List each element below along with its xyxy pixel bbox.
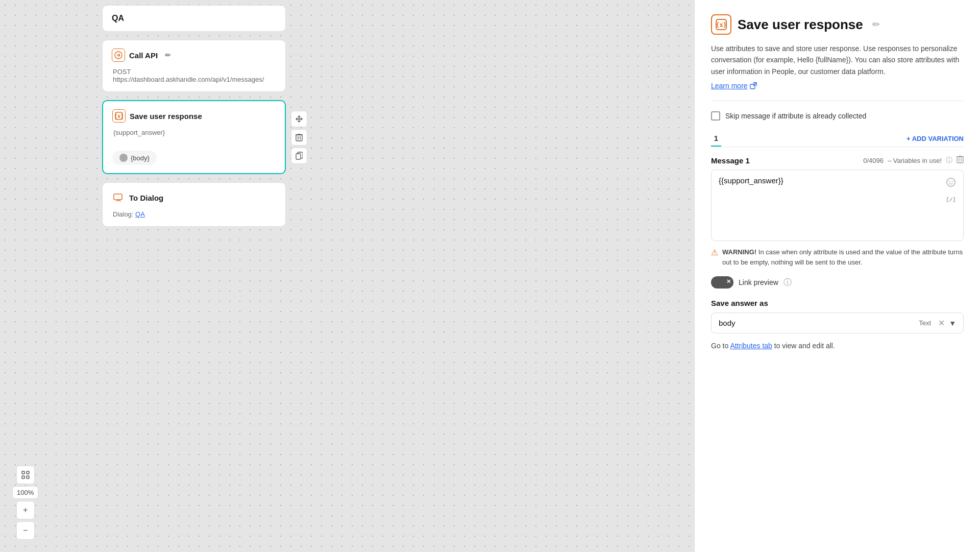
canvas-controls: 100% + − <box>12 466 38 540</box>
output-dot <box>119 154 128 162</box>
zoom-label: 100% <box>12 486 38 499</box>
svg-rect-8 <box>22 476 24 478</box>
output-label: {body} <box>131 154 150 162</box>
tab-divider <box>711 147 964 147</box>
zoom-in-button[interactable]: + <box>16 501 35 519</box>
message-char-count: 0/4096 <box>863 157 884 164</box>
svg-point-14 <box>947 178 955 186</box>
node-call-api[interactable]: Call API ✏ POST https://dashboard.askhan… <box>102 40 286 92</box>
textarea-actions <box>944 175 958 207</box>
message-info-icon[interactable]: ⓘ <box>946 156 952 165</box>
save-answer-section-label: Save answer as <box>711 299 964 307</box>
save-answer-input-row: Text ✕ ▼ <box>711 313 964 333</box>
svg-point-15 <box>949 181 950 182</box>
svg-rect-3 <box>296 135 302 141</box>
svg-rect-9 <box>27 476 29 478</box>
call-api-edit-icon[interactable]: ✏ <box>165 51 171 59</box>
svg-rect-7 <box>27 471 29 474</box>
message-textarea-container: {{support_answer}} <box>711 170 964 241</box>
to-dialog-title: To Dialog <box>129 194 163 202</box>
attributes-note-prefix: Go to <box>711 342 728 350</box>
save-answer-input[interactable] <box>719 319 915 327</box>
save-answer-type: Text <box>919 319 931 327</box>
link-preview-info-icon[interactable]: ⓘ <box>783 277 792 288</box>
to-dialog-icon <box>112 191 125 204</box>
save-response-variable: {support_answer} <box>112 129 276 136</box>
save-response-title: Save user response <box>130 112 202 121</box>
message-textarea[interactable]: {{support_answer}} <box>719 176 956 227</box>
dialog-prefix: Dialog: <box>113 210 133 218</box>
skip-checkbox-label: Skip message if attribute is already col… <box>725 112 866 120</box>
node-to-dialog-header: To Dialog <box>112 191 276 204</box>
node-save-user-response[interactable]: {x} Save user response {support_answer} … <box>102 100 286 174</box>
svg-point-16 <box>952 181 953 182</box>
node-to-dialog[interactable]: To Dialog Dialog: QA <box>102 182 286 227</box>
node-qa[interactable]: QA <box>102 5 286 32</box>
focus-button[interactable] <box>16 466 35 484</box>
call-api-body: POST https://dashboard.askhandle.com/api… <box>112 68 276 83</box>
panel-title: Save user response <box>738 17 863 33</box>
call-api-title: Call API <box>129 51 158 60</box>
panel-title-icon: {x} <box>711 14 731 35</box>
svg-text:{x}: {x} <box>716 21 727 29</box>
svg-rect-4 <box>296 154 301 159</box>
copy-button[interactable] <box>291 148 307 164</box>
right-panel: {x} Save user response ✏ Use attributes … <box>694 0 980 552</box>
delete-button[interactable] <box>291 129 307 146</box>
message-label: Message 1 <box>711 156 750 165</box>
skip-checkbox[interactable] <box>711 111 720 121</box>
save-answer-chevron-icon[interactable]: ▼ <box>949 319 956 327</box>
node-qa-header: QA <box>112 14 276 23</box>
svg-rect-6 <box>22 471 24 474</box>
external-link-icon <box>750 82 757 89</box>
link-preview-label: Link preview <box>739 278 778 286</box>
toggle-off-icon: ✕ <box>726 278 731 285</box>
panel-description: Use attributes to save and store user re… <box>711 43 964 77</box>
qa-node-title: QA <box>112 14 124 23</box>
zoom-out-button[interactable]: − <box>16 521 35 540</box>
skip-checkbox-row: Skip message if attribute is already col… <box>711 111 964 121</box>
emoji-button[interactable] <box>944 175 958 189</box>
svg-text:{x}: {x} <box>114 113 124 119</box>
svg-rect-13 <box>957 157 963 163</box>
attributes-note-suffix: to view and edit all. <box>774 342 835 350</box>
warning-text: WARNING! In case when only attribute is … <box>722 247 964 267</box>
attributes-tab-link[interactable]: Attributes tab <box>730 342 772 350</box>
node-call-api-header: Call API ✏ <box>112 49 276 62</box>
save-response-output: {body} <box>112 151 157 165</box>
divider-1 <box>711 101 964 101</box>
toggle-row: ✕ Link preview ⓘ <box>711 276 964 289</box>
call-api-icon <box>112 49 125 62</box>
variable-button[interactable] <box>944 193 958 207</box>
node-actions <box>291 111 307 164</box>
message-meta: 0/4096 – Variables in use! ⓘ <box>863 155 964 165</box>
learn-more-label: Learn more <box>711 82 748 90</box>
svg-rect-5 <box>114 194 122 200</box>
message-delete-icon[interactable] <box>957 155 964 165</box>
node-save-response-header: {x} Save user response <box>112 109 276 123</box>
warning-row: ⚠ WARNING! In case when only attribute i… <box>711 247 964 267</box>
message-header: Message 1 0/4096 – Variables in use! ⓘ <box>711 155 964 165</box>
add-variation-button[interactable]: + ADD VARIATION <box>906 135 964 142</box>
move-button[interactable] <box>291 111 307 127</box>
warning-icon: ⚠ <box>711 248 718 257</box>
dialog-name-link[interactable]: QA <box>135 210 145 218</box>
learn-more-link[interactable]: Learn more <box>711 82 757 90</box>
variation-tab-1[interactable]: 1 <box>711 131 721 147</box>
panel-edit-icon[interactable]: ✏ <box>872 19 880 30</box>
panel-header: {x} Save user response ✏ <box>711 14 964 35</box>
warning-body: In case when only attribute is used and … <box>722 248 963 266</box>
variation-tabs-row: 1 + ADD VARIATION <box>711 131 964 147</box>
save-answer-clear-button[interactable]: ✕ <box>938 318 945 328</box>
warning-bold-label: WARNING! <box>722 248 756 256</box>
link-preview-toggle[interactable]: ✕ <box>711 276 733 289</box>
save-response-icon: {x} <box>112 109 126 123</box>
canvas-nodes: QA Call API ✏ POST https://dashboard.ask… <box>102 5 286 227</box>
message-variables-label: – Variables in use! <box>888 157 942 164</box>
attributes-note: Go to Attributes tab to view and edit al… <box>711 342 964 350</box>
canvas-area: QA Call API ✏ POST https://dashboard.ask… <box>0 0 694 552</box>
to-dialog-body: Dialog: QA <box>112 210 276 218</box>
